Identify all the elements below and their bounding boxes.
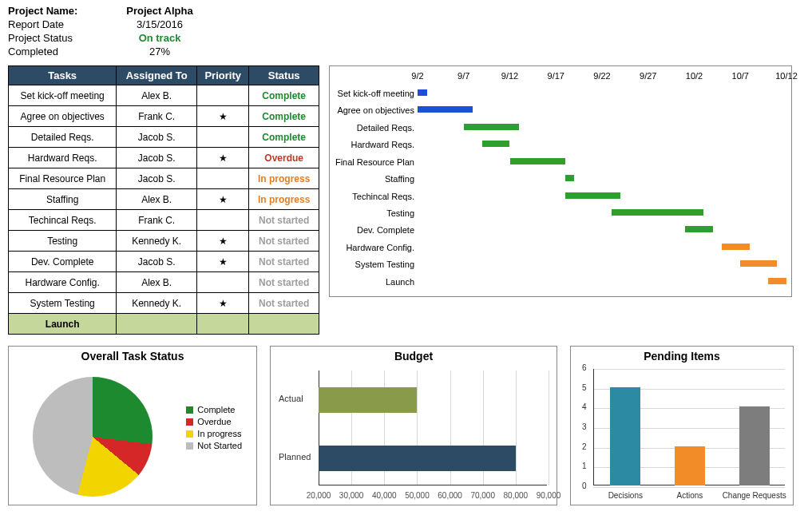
pie-title: Overall Task Status — [9, 347, 256, 363]
gantt-row-label: Hardware Config. — [346, 243, 414, 252]
task-name: Staffing — [9, 189, 117, 210]
task-assigned: Jacob S. — [117, 127, 197, 148]
legend-label: Not Started — [197, 441, 242, 450]
legend-item: In progress — [186, 429, 242, 438]
task-name: Agree on objectives — [9, 106, 117, 127]
gantt-tick: 10/2 — [686, 71, 703, 81]
priority-star-icon — [196, 272, 248, 293]
table-row: Agree on objectivesFrank C.★Complete — [9, 106, 319, 127]
task-assigned: Kennedy K. — [117, 231, 197, 252]
priority-star-icon: ★ — [196, 106, 248, 127]
task-assigned: Jacob S. — [117, 148, 197, 168]
task-assigned: Alex B. — [117, 272, 197, 293]
gantt-tick: 9/22 — [593, 71, 610, 81]
x-tick-label: 70,000 — [470, 491, 495, 500]
gantt-bar — [482, 141, 510, 147]
task-status: Complete — [249, 85, 319, 106]
task-assigned: Jacob S. — [117, 252, 197, 272]
task-status: Not started — [249, 252, 319, 272]
gantt-bar — [418, 89, 427, 96]
y-tick-label: 2 — [582, 442, 587, 451]
budget-bar — [319, 446, 516, 471]
gantt-row-label: Hardward Reqs. — [351, 140, 414, 149]
x-tick-label: 30,000 — [339, 491, 364, 500]
budget-chart — [319, 371, 547, 485]
completed-label: Completed — [8, 46, 112, 57]
gantt-tick: 10/7 — [732, 71, 749, 81]
legend-label: Complete — [197, 405, 235, 414]
task-name: Dev. Complete — [9, 252, 117, 272]
col-status: Status — [249, 66, 319, 85]
gantt-row-label: Techincal Reqs. — [352, 192, 414, 201]
legend-swatch — [186, 418, 193, 426]
gantt-bar — [685, 226, 713, 232]
task-status: In progress — [249, 189, 319, 210]
legend-item: Not Started — [186, 441, 242, 450]
legend-swatch — [186, 430, 193, 438]
table-row: Hardward Reqs.Jacob S.★Overdue — [9, 148, 319, 168]
gantt-tick: 9/27 — [640, 71, 656, 81]
gantt-bar — [768, 278, 786, 284]
task-name: System Testing — [9, 293, 117, 314]
task-assigned: Alex B. — [117, 189, 197, 210]
gantt-tick: 9/17 — [548, 71, 564, 81]
pending-chart — [593, 369, 785, 485]
task-assigned: Jacob S. — [117, 168, 197, 189]
priority-star-icon — [196, 127, 248, 148]
x-tick-label: 90,000 — [537, 491, 561, 500]
gantt-row-label: Launch — [386, 277, 414, 287]
task-status: Not started — [249, 210, 319, 231]
gantt-bar — [565, 175, 575, 181]
grid-line — [593, 369, 785, 370]
priority-star-icon — [196, 85, 248, 106]
gantt-row-label: Set kick-off meeting — [338, 89, 414, 98]
project-status-value: On track — [112, 32, 208, 44]
grid-line — [593, 487, 785, 488]
x-tick-label: 20,000 — [307, 491, 331, 500]
table-row: Techincal Reqs.Frank C.Not started — [9, 210, 319, 231]
task-status: In progress — [249, 168, 319, 189]
priority-star-icon: ★ — [196, 189, 248, 210]
gantt-tick: 9/12 — [501, 71, 518, 81]
launch-label: Launch — [9, 314, 117, 335]
grid-line — [549, 371, 549, 485]
task-name: Set kick-off meeting — [9, 85, 117, 106]
gantt-bar — [418, 106, 473, 113]
gantt-tick: 10/12 — [775, 71, 798, 81]
task-status: Not started — [249, 272, 319, 293]
y-tick-label: 1 — [582, 462, 587, 470]
report-date-label: Report Date — [8, 18, 112, 30]
x-tick-label: 60,000 — [438, 491, 462, 500]
y-tick-label: 4 — [582, 402, 587, 411]
task-name: Techincal Reqs. — [9, 210, 117, 231]
legend-swatch — [186, 442, 193, 450]
gantt-row-label: Dev. Complete — [357, 225, 414, 235]
y-tick-label: 6 — [582, 363, 587, 372]
task-status: Overdue — [249, 148, 319, 168]
task-table: Tasks Assigned To Priority Status Set ki… — [8, 65, 319, 335]
gantt-bar — [740, 260, 777, 267]
gantt-bar — [565, 192, 620, 199]
gantt-row-label: Staffing — [385, 174, 414, 184]
table-row: Hardware Config.Alex B.Not started — [9, 272, 319, 293]
task-name: Final Resource Plan — [9, 168, 117, 189]
table-row: Set kick-off meetingAlex B.Complete — [9, 85, 319, 106]
gantt-row-label: Final Resource Plan — [335, 157, 414, 167]
gantt-bar — [510, 158, 565, 164]
x-tick-label: 40,000 — [372, 491, 397, 500]
y-tick-label: 5 — [582, 383, 587, 392]
table-row: StaffingAlex B.★In progress — [9, 189, 319, 210]
y-tick-label: 3 — [582, 422, 587, 431]
gantt-bar — [464, 124, 519, 130]
pending-chart-box: Pending Items 0123456DecisionsActionsCha… — [570, 346, 794, 505]
gantt-row-label: Detailed Reqs. — [357, 123, 414, 133]
pie-legend: CompleteOverdueIn progressNot Started — [186, 402, 242, 453]
task-name: Hardward Reqs. — [9, 148, 117, 168]
task-assigned: Alex B. — [117, 85, 197, 106]
grid-line — [516, 371, 517, 485]
col-tasks: Tasks — [9, 66, 117, 85]
col-assigned: Assigned To — [117, 66, 197, 85]
gantt-row-label: Testing — [386, 208, 414, 218]
task-name: Detailed Reqs. — [9, 127, 117, 148]
priority-star-icon — [196, 210, 248, 231]
